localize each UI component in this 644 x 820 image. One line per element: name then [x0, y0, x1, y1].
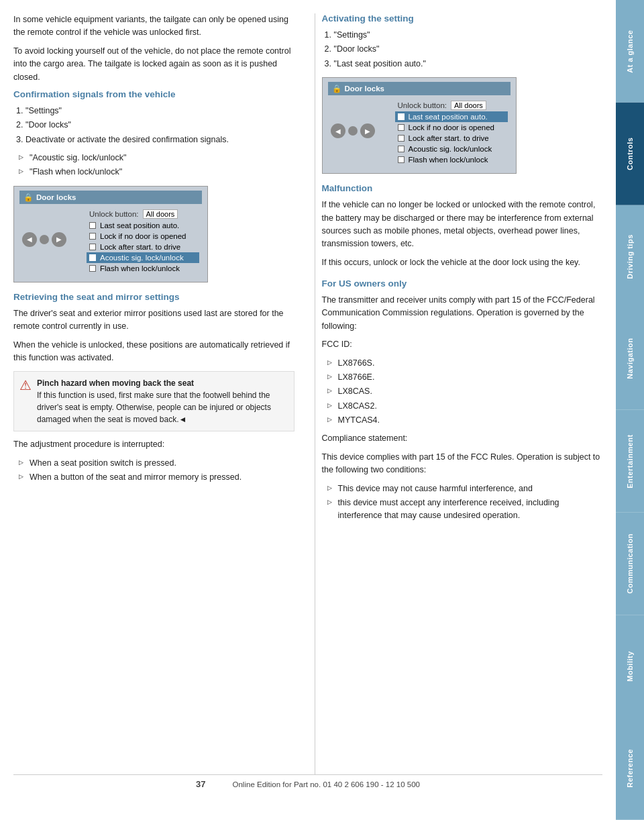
door-locks-title-left: Door locks	[36, 193, 76, 201]
next-arrow-left[interactable]: ▶	[52, 232, 66, 247]
center-btn-right[interactable]	[348, 126, 358, 136]
door-locks-header-right: 🔒 Door locks	[328, 82, 511, 95]
sidebar-item-entertainment[interactable]: Entertainment	[616, 410, 644, 513]
warning-text: Pinch hazard when moving back the seat I…	[37, 377, 288, 425]
unlock-val-left: All doors	[143, 209, 178, 219]
fcc-items-list: LX8766S. LX8766E. LX8CAS. LX8CAS2. MYTCA…	[327, 357, 603, 427]
compliance-label: Compliance statement:	[322, 432, 603, 445]
door-locks-header-left: 🔒 Door locks	[19, 191, 202, 204]
dl-row-3-left: Acoustic sig. lock/unlock	[87, 252, 199, 263]
forus-para1: The transmitter and receiver units compl…	[322, 294, 603, 333]
fcc-item-3: LX8CAS2.	[327, 400, 603, 413]
fcc-label: FCC ID:	[322, 338, 603, 351]
door-locks-box-left: 🔒 Door locks ◀ ▶ Unlock button: All	[13, 186, 208, 283]
sidebar-item-communication[interactable]: Communication	[616, 513, 644, 615]
malfunction-para1: If the vehicle can no longer be locked o…	[322, 199, 603, 251]
nav-sidebar: At a glance Controls Driving tips Naviga…	[616, 0, 644, 820]
fcc-item-1: LX8766E.	[327, 371, 603, 384]
dl-label-3-left: Acoustic sig. lock/unlock	[100, 254, 184, 262]
sidebar-item-reference[interactable]: Reference	[616, 717, 644, 820]
dl-label-0-right: Last seat position auto.	[409, 113, 488, 121]
dl-label-1-left: Lock if no door is opened	[100, 232, 186, 240]
activating-step-2: "Door locks"	[334, 43, 603, 56]
unlock-row-right: Unlock button: All doors	[395, 99, 508, 111]
checkbox-0-right	[398, 113, 405, 120]
prev-arrow-left[interactable]: ◀	[22, 232, 37, 247]
dl-row-2-right: Lock after start. to drive	[395, 133, 508, 144]
activating-step-1: "Settings"	[334, 29, 603, 42]
activating-step-3: "Last seat position auto."	[334, 58, 603, 70]
warning-title: Pinch hazard when moving back the seat	[37, 378, 194, 388]
checkbox-2-right	[398, 135, 405, 142]
lock-icon-right: 🔒	[332, 84, 341, 93]
retrieving-para3: The adjustment procedure is interrupted:	[13, 438, 294, 451]
interruption-bullet-2: When a button of the seat and mirror mem…	[19, 471, 294, 484]
warning-icon: ⚠	[19, 377, 32, 425]
checkbox-3-right	[398, 146, 405, 152]
compliance-para: This device complies with part 15 of the…	[322, 451, 603, 477]
dl-row-0-left: Last seat position auto.	[87, 220, 199, 231]
unlock-label-left: Unlock button:	[89, 210, 139, 218]
checkbox-4-right	[398, 156, 405, 163]
dl-row-0-right: Last seat position auto.	[395, 111, 508, 122]
malfunction-heading: Malfunction	[322, 183, 603, 193]
interruption-bullet-1: When a seat position switch is pressed.	[19, 457, 294, 470]
page-footer: 37 Online Edition for Part no. 01 40 2 6…	[13, 774, 602, 793]
forus-heading: For US owners only	[322, 278, 603, 289]
dl-label-4-left: Flash when lock/unlock	[100, 264, 180, 272]
lock-icon-left: 🔒	[23, 193, 33, 202]
dl-row-4-left: Flash when lock/unlock	[87, 263, 199, 274]
sidebar-item-at-a-glance[interactable]: At a glance	[616, 0, 644, 103]
checkbox-4-left	[89, 265, 96, 272]
dl-row-4-right: Flash when lock/unlock	[395, 154, 508, 165]
two-col-layout: In some vehicle equipment variants, the …	[13, 13, 602, 774]
confirmation-step-3: Deactivate or activate the desired confi…	[25, 134, 294, 146]
main-content: In some vehicle equipment variants, the …	[0, 0, 616, 820]
dl-row-3-right: Acoustic sig. lock/unlock	[395, 144, 508, 154]
unlock-row-left: Unlock button: All doors	[87, 208, 199, 220]
nav-arrows-left: ◀ ▶	[22, 232, 66, 247]
dl-row-1-right: Lock if no door is opened	[395, 122, 508, 133]
center-btn-left[interactable]	[40, 235, 49, 244]
sidebar-item-driving-tips[interactable]: Driving tips	[616, 205, 644, 308]
checkbox-2-left	[89, 244, 96, 250]
confirmation-heading: Confirmation signals from the vehicle	[13, 89, 294, 99]
dl-row-2-left: Lock after start. to drive	[87, 242, 199, 252]
activating-steps-list: "Settings" "Door locks" "Last seat posit…	[334, 29, 603, 70]
dl-label-3-right: Acoustic sig. lock/unlock	[409, 145, 492, 153]
edition-text: Online Edition for Part no. 01 40 2 606 …	[233, 780, 420, 788]
compliance-bullet-1: this device must accept any interference…	[327, 497, 603, 523]
door-locks-rows-right: Unlock button: All doors Last seat posit…	[395, 99, 508, 165]
right-column: Activating the setting "Settings" "Door …	[315, 13, 603, 774]
confirmation-step-1: "Settings"	[25, 105, 294, 117]
page-wrapper: In some vehicle equipment variants, the …	[0, 0, 644, 820]
warning-body: If this function is used, first make sur…	[37, 391, 271, 424]
dl-label-1-right: Lock if no door is opened	[409, 123, 495, 132]
warning-box: ⚠ Pinch hazard when moving back the seat…	[13, 371, 294, 431]
left-column: In some vehicle equipment variants, the …	[13, 13, 301, 774]
nav-arrows-right: ◀ ▶	[331, 123, 375, 138]
malfunction-para2: If this occurs, unlock or lock the vehic…	[322, 256, 603, 269]
sidebar-item-mobility[interactable]: Mobility	[616, 615, 644, 718]
dl-row-1-left: Lock if no door is opened	[87, 231, 199, 242]
door-locks-rows-left: Unlock button: All doors Last seat posit…	[87, 208, 199, 274]
fcc-item-0: LX8766S.	[327, 357, 603, 370]
activating-heading: Activating the setting	[322, 13, 603, 23]
prev-arrow-right[interactable]: ◀	[331, 123, 345, 138]
interruption-bullets: When a seat position switch is pressed. …	[19, 457, 294, 484]
checkbox-1-left	[89, 233, 96, 240]
door-locks-box-right: 🔒 Door locks ◀ ▶ Unlock button: All	[322, 77, 517, 174]
sidebar-item-navigation[interactable]: Navigation	[616, 307, 644, 410]
sidebar-item-controls[interactable]: Controls	[616, 103, 644, 205]
compliance-bullets: This device may not cause harmful interf…	[327, 482, 603, 523]
next-arrow-right[interactable]: ▶	[360, 123, 375, 138]
intro-para2: To avoid locking yourself out of the veh…	[13, 45, 294, 84]
door-locks-title-right: Door locks	[345, 85, 384, 93]
confirmation-step-2: "Door locks"	[25, 119, 294, 132]
dl-label-0-left: Last seat position auto.	[100, 221, 179, 229]
confirmation-bullet-2: "Flash when lock/unlock"	[19, 166, 294, 178]
unlock-val-right: All doors	[451, 101, 486, 110]
dl-label-2-left: Lock after start. to drive	[100, 243, 180, 251]
retrieving-para2: When the vehicle is unlocked, these posi…	[13, 339, 294, 365]
checkbox-0-left	[89, 222, 96, 229]
